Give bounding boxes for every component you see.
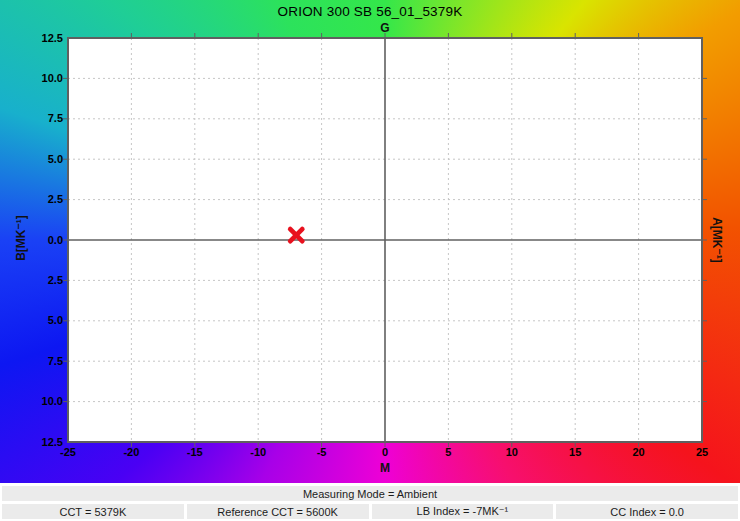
x-tick-label: 20 bbox=[632, 446, 644, 458]
y-tick-label: 2.5 bbox=[0, 273, 65, 288]
stat-cct: CCT = 5379K bbox=[2, 504, 184, 519]
y-tick-label: 7.5 bbox=[0, 111, 65, 126]
axis-label-magenta: M bbox=[380, 461, 390, 475]
axis-label-green: G bbox=[380, 21, 389, 35]
y-tick-label: 5.0 bbox=[0, 313, 65, 328]
x-tick-label: -20 bbox=[123, 446, 139, 458]
measuring-mode-bar: Measuring Mode = Ambient bbox=[2, 486, 738, 501]
x-tick-label: 0 bbox=[382, 446, 388, 458]
x-tick-label: 25 bbox=[696, 446, 708, 458]
x-tick-label: 5 bbox=[445, 446, 451, 458]
x-tick-label: -25 bbox=[60, 446, 76, 458]
axis-label-blue: B[MK⁻¹] bbox=[14, 215, 28, 261]
stat-reference-cct: Reference CCT = 5600K bbox=[187, 504, 369, 519]
chart-title: ORION 300 SB 56_01_5379K bbox=[0, 4, 740, 19]
x-tick-label: -5 bbox=[317, 446, 327, 458]
x-tick-label: 15 bbox=[569, 446, 581, 458]
x-tick-label: 10 bbox=[506, 446, 518, 458]
chart-canvas bbox=[68, 38, 702, 442]
stats-bar: CCT = 5379K Reference CCT = 5600K LB Ind… bbox=[2, 504, 738, 519]
y-tick-label: 0.0 bbox=[0, 233, 65, 248]
x-tick-label: -10 bbox=[250, 446, 266, 458]
white-balance-chart-window: ORION 300 SB 56_01_5379K G 12.510.07.55.… bbox=[0, 0, 740, 521]
y-tick-label: 5.0 bbox=[0, 152, 65, 167]
y-tick-label: 12.5 bbox=[0, 31, 65, 46]
stat-lb-index: LB Index = -7MK⁻¹ bbox=[372, 504, 554, 519]
plot-area bbox=[68, 38, 702, 442]
y-tick-label: 10.0 bbox=[0, 71, 65, 86]
measuring-mode-text: Measuring Mode = Ambient bbox=[303, 488, 437, 500]
y-tick-label: 7.5 bbox=[0, 354, 65, 369]
x-tick-label: -15 bbox=[187, 446, 203, 458]
y-tick-label: 12.5 bbox=[0, 435, 65, 450]
axis-label-amber: A[MK⁻¹] bbox=[710, 217, 724, 263]
y-tick-label: 2.5 bbox=[0, 192, 65, 207]
stat-cc-index: CC Index = 0.0 bbox=[556, 504, 738, 519]
y-tick-label: 10.0 bbox=[0, 394, 65, 409]
